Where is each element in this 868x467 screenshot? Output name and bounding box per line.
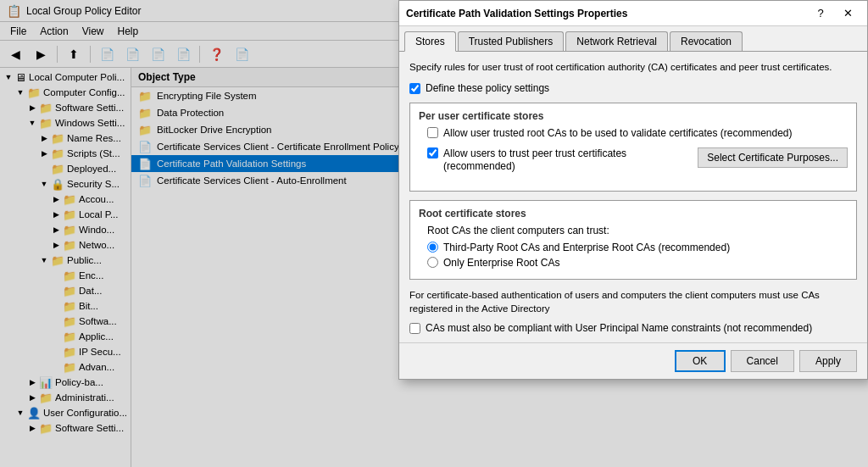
- dialog-title-controls: ? ✕: [808, 3, 860, 24]
- allow-trusted-root-label[interactable]: Allow user trusted root CAs to be used t…: [443, 127, 793, 141]
- per-user-title: Per user certificate stores: [419, 110, 848, 122]
- radio-third-party-label[interactable]: Third-Party Root CAs and Enterprise Root…: [443, 242, 730, 253]
- dialog-certificate-path: Certificate Path Validation Settings Pro…: [398, 0, 868, 380]
- define-policy-checkbox[interactable]: [409, 83, 420, 94]
- dialog-help-button[interactable]: ?: [808, 3, 833, 24]
- dialog-close-button[interactable]: ✕: [835, 3, 860, 24]
- per-user-content: Allow user trusted root CAs to be used t…: [419, 127, 848, 181]
- tab-trusted-publishers[interactable]: Trusted Publishers: [458, 31, 565, 51]
- dialog-title-bar: Certificate Path Validation Settings Pro…: [399, 1, 867, 26]
- tab-stores[interactable]: Stores: [404, 31, 456, 52]
- root-cert-content: Root CAs the client computers can trust:…: [419, 225, 848, 269]
- dialog-footer: OK Cancel Apply: [399, 342, 867, 379]
- dialog-description: Specify rules for user trust of root cer…: [409, 60, 857, 74]
- footer-note: For certificate-based authentication of …: [409, 288, 857, 315]
- radio-third-party-row: Third-Party Root CAs and Enterprise Root…: [427, 242, 848, 253]
- tab-network-retrieval[interactable]: Network Retrieval: [565, 31, 668, 51]
- cas-compliant-label[interactable]: CAs must also be compliant with User Pri…: [426, 322, 812, 334]
- cancel-button[interactable]: Cancel: [731, 350, 794, 372]
- tab-revocation[interactable]: Revocation: [670, 31, 743, 51]
- radio-enterprise-only[interactable]: [427, 257, 438, 268]
- root-cert-title: Root certificate stores: [419, 208, 848, 220]
- ok-button[interactable]: OK: [675, 350, 726, 372]
- allow-peer-trust-wrapper: Allow users to trust peer trust certific…: [427, 147, 848, 181]
- dialog-title-text: Certificate Path Validation Settings Pro…: [406, 8, 808, 19]
- cas-checkbox-row: CAs must also be compliant with User Pri…: [409, 322, 857, 334]
- allow-trusted-root-checkbox[interactable]: [427, 127, 438, 138]
- define-policy-row: Define these policy settings: [409, 82, 857, 94]
- cas-compliant-checkbox[interactable]: [409, 323, 420, 334]
- per-user-section: Per user certificate stores Allow user t…: [409, 103, 857, 192]
- radio-enterprise-only-row: Only Enterprise Root CAs: [427, 257, 848, 269]
- apply-button[interactable]: Apply: [799, 350, 857, 372]
- allow-peer-trust-row: Allow users to trust peer trust certific…: [427, 147, 691, 174]
- define-policy-label[interactable]: Define these policy settings: [426, 82, 549, 94]
- root-cert-section: Root certificate stores Root CAs the cli…: [409, 200, 857, 280]
- dialog-content: Specify rules for user trust of root cer…: [399, 52, 867, 342]
- tabs-bar: Stores Trusted Publishers Network Retrie…: [399, 26, 867, 52]
- allow-peer-trust-checkboxes: Allow users to trust peer trust certific…: [427, 147, 691, 181]
- allow-peer-trust-checkbox[interactable]: [427, 147, 438, 158]
- select-certificate-purposes-button[interactable]: Select Certificate Purposes...: [698, 147, 848, 168]
- radio-enterprise-only-label[interactable]: Only Enterprise Root CAs: [443, 257, 559, 269]
- allow-peer-trust-label[interactable]: Allow users to trust peer trust certific…: [443, 147, 691, 174]
- radio-third-party[interactable]: [427, 242, 438, 253]
- root-cas-subtitle: Root CAs the client computers can trust:: [427, 225, 848, 236]
- allow-trusted-root-row: Allow user trusted root CAs to be used t…: [427, 127, 848, 141]
